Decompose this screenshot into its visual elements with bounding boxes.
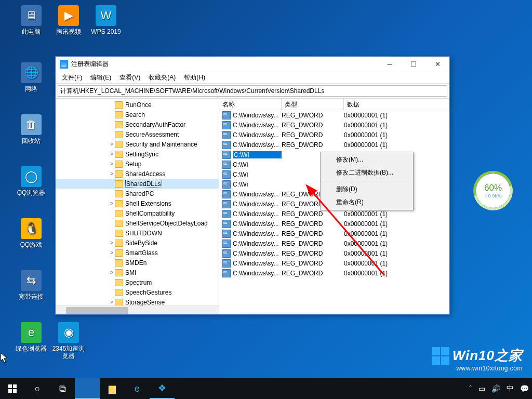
tree-label: Setup — [125, 161, 141, 168]
explorer-taskbar-button[interactable]: ▆ — [100, 378, 125, 399]
value-row[interactable]: C:\Windows\sy...REG_DWORD0x00000001 (1) — [219, 140, 449, 150]
close-button[interactable]: ✕ — [425, 57, 449, 72]
tray-ime-icon[interactable]: 中 — [503, 384, 517, 393]
tree-node[interactable]: >SharedAccess — [56, 169, 219, 179]
tree-hscrollbar[interactable] — [56, 305, 219, 314]
tray-network-icon[interactable]: ▭ — [475, 384, 488, 393]
desktop-icon[interactable]: 🌐网络 — [12, 62, 50, 92]
value-row[interactable]: C:\Windows\sy...REG_DWORD0x00000001 (1) — [219, 219, 449, 229]
desktop-icon[interactable]: ⇆宽带连接 — [12, 270, 50, 300]
maximize-button[interactable]: ☐ — [402, 57, 425, 72]
tree-node[interactable]: ShellCompatibility — [56, 208, 219, 218]
tree-node[interactable]: Spectrum — [56, 277, 219, 287]
context-menu-item[interactable]: 删除(D) — [322, 183, 412, 196]
tree-node[interactable]: >SideBySide — [56, 238, 219, 248]
perf-gauge[interactable]: 60% ↑ 0.9K/s — [476, 174, 510, 208]
tree-node[interactable]: >Shell Extensions — [56, 198, 219, 208]
expand-toggle[interactable]: > — [109, 270, 115, 275]
expand-toggle[interactable]: > — [109, 240, 115, 246]
tree-node[interactable]: >SmartGlass — [56, 248, 219, 258]
tree-node[interactable]: >SMI — [56, 268, 219, 277]
search-taskbar-button[interactable]: 🐾 — [75, 378, 100, 399]
dword-icon — [222, 210, 231, 218]
value-name: C:\Windows\sy... — [233, 191, 282, 198]
start-button[interactable] — [0, 378, 25, 399]
scrollbar-thumb[interactable] — [66, 307, 128, 314]
value-name: C:\Windows\sy... — [233, 230, 282, 237]
expand-toggle[interactable]: > — [109, 250, 115, 256]
col-name[interactable]: 名称 — [219, 99, 282, 110]
value-row[interactable]: C:\Windows\sy...REG_DWORD0x00000001 (1) — [219, 258, 449, 268]
folder-icon — [115, 200, 123, 207]
menu-item[interactable]: 文件(F) — [58, 72, 86, 83]
context-menu-item[interactable]: 修改二进制数据(B)... — [322, 166, 412, 179]
desktop-icon[interactable]: e绿色浏览器 — [12, 322, 50, 352]
registry-tree[interactable]: RunOnceSearchSecondaryAuthFactorSecureAs… — [56, 99, 219, 314]
desktop-icon[interactable]: ▶腾讯视频 — [50, 5, 87, 35]
address-bar[interactable]: 计算机\HKEY_LOCAL_MACHINE\SOFTWARE\Microsof… — [58, 85, 447, 97]
menu-item[interactable]: 编辑(E) — [86, 72, 115, 83]
minimize-button[interactable]: ─ — [378, 57, 402, 72]
gauge-speed: ↑ 0.9K/s — [485, 193, 502, 198]
tree-node[interactable]: SMDEn — [56, 258, 219, 268]
col-data[interactable]: 数据 — [344, 99, 449, 110]
expand-toggle[interactable]: > — [109, 299, 115, 305]
expand-toggle[interactable]: > — [109, 141, 115, 147]
expand-toggle[interactable]: > — [109, 151, 115, 157]
value-row[interactable]: C:\Windows\sy...REG_DWORD0x00000001 (1) — [219, 238, 449, 248]
dword-icon — [222, 269, 231, 277]
tray-chevron-up-icon[interactable]: ˄ — [466, 384, 475, 393]
tree-node[interactable]: ShellServiceObjectDelayLoad — [56, 218, 219, 228]
edge-taskbar-button[interactable]: e — [125, 378, 150, 399]
tree-node[interactable]: >SettingSync — [56, 149, 219, 159]
app-icon: ▶ — [58, 5, 79, 26]
desktop-icon[interactable]: ◯QQ浏览器 — [12, 166, 50, 196]
taskview-button[interactable]: ⧉ — [50, 378, 75, 399]
tree-node[interactable]: SecondaryAuthFactor — [56, 119, 219, 129]
value-row[interactable]: C:\Windows\sy...REG_DWORD0x00000001 (1) — [219, 130, 449, 140]
list-header[interactable]: 名称 类型 数据 — [219, 99, 449, 110]
desktop-icon[interactable]: 🗑回收站 — [12, 114, 50, 144]
context-menu-item[interactable]: 重命名(R) — [322, 196, 412, 209]
menu-item[interactable]: 查看(V) — [115, 72, 144, 83]
expand-toggle[interactable]: > — [109, 161, 115, 167]
desktop-icon[interactable]: 🐧QQ游戏 — [12, 218, 50, 248]
value-row[interactable]: C:\Windows\sy...REG_DWORD0x00000001 (1) — [219, 110, 449, 120]
tree-node[interactable]: >Security and Maintenance — [56, 139, 219, 149]
menu-item[interactable]: 收藏夹(A) — [144, 72, 180, 83]
tray-volume-icon[interactable]: 🔊 — [488, 384, 503, 393]
expand-toggle[interactable]: > — [109, 171, 115, 177]
value-row[interactable]: C:\Windows\sy...REG_DWORD0x00000001 (1) — [219, 120, 449, 130]
col-type[interactable]: 类型 — [282, 99, 344, 110]
tree-node[interactable]: Search — [56, 110, 219, 119]
value-row[interactable]: C:\Windows\sy...REG_DWORD0x00000001 (1) — [219, 248, 449, 258]
folder-icon — [115, 240, 123, 247]
tree-node[interactable]: >Setup — [56, 159, 219, 169]
tree-label: SideBySide — [125, 240, 157, 247]
menubar: 文件(F)编辑(E)查看(V)收藏夹(A)帮助(H) — [56, 72, 449, 84]
desktop-icon[interactable]: WWPS 2019 — [87, 5, 125, 35]
titlebar[interactable]: 注册表编辑器 ─ ☐ ✕ — [56, 57, 449, 72]
value-row[interactable]: C:\Windows\sy...REG_DWORD0x00000001 (1) — [219, 268, 449, 278]
menu-item[interactable]: 帮助(H) — [180, 72, 209, 83]
tree-node[interactable]: SecureAssessment — [56, 129, 219, 139]
folder-icon — [115, 230, 123, 237]
desktop-icon[interactable]: 🖥此电脑 — [12, 5, 50, 35]
tree-label: SmartGlass — [125, 249, 158, 257]
tree-label: Shell Extensions — [125, 200, 171, 207]
tree-node[interactable]: SHUTDOWN — [56, 228, 219, 238]
cortana-button[interactable]: ○ — [25, 378, 50, 399]
regedit-taskbar-button[interactable]: ❖ — [150, 378, 175, 399]
value-row[interactable]: C:\Windows\sy...REG_DWORD0x00000001 (1) — [219, 229, 449, 238]
expand-toggle[interactable]: > — [109, 201, 115, 206]
tree-node[interactable]: SpeechGestures — [56, 287, 219, 297]
tree-node[interactable]: RunOnce — [56, 100, 219, 110]
action-center-button[interactable]: 💬 — [517, 384, 532, 393]
tree-node[interactable]: SharedDLLs — [56, 179, 219, 189]
dword-icon — [222, 180, 231, 189]
value-type: REG_DWORD — [282, 131, 344, 139]
desktop-icon[interactable]: ◉2345加速浏览器 — [50, 322, 87, 360]
context-menu-item[interactable]: 修改(M)... — [322, 153, 412, 166]
folder-icon — [115, 161, 123, 168]
tree-node[interactable]: SharedPC — [56, 189, 219, 198]
